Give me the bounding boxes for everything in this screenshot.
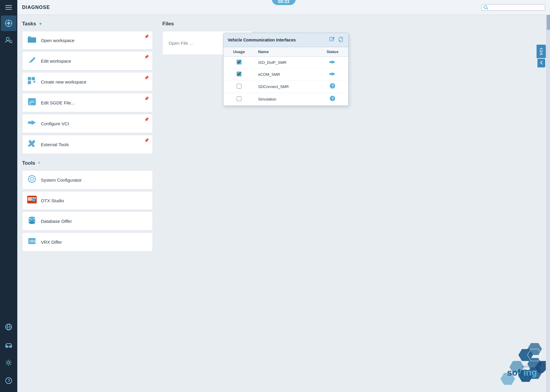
pin-icon-configure-vci: 📌 (144, 117, 149, 122)
svg-rect-2 (5, 9, 12, 10)
hamburger-button[interactable] (0, 0, 17, 15)
svg-text:?: ? (8, 378, 10, 383)
task-label-configure-vci: Configure VCI (41, 121, 69, 126)
task-item-open-workspace[interactable]: Open workspace 📌 (22, 31, 153, 50)
vci-usage-checkbox-3[interactable] (237, 96, 241, 101)
brand-hexagons (450, 331, 546, 391)
vci-usage-checkbox-1[interactable] (237, 72, 241, 76)
vci-panel: Vehicle Communication Interfaces (223, 33, 349, 106)
softing-brand: optimize! softing (507, 365, 537, 377)
otx-icon (27, 196, 37, 205)
svg-rect-0 (5, 5, 12, 6)
vci-sidebar-label: VCI (539, 48, 543, 55)
svg-rect-44 (330, 37, 333, 41)
open-file-label: Open File ... (169, 41, 193, 46)
svg-marker-46 (341, 37, 343, 39)
task-item-create-workspace[interactable]: Create new workspace 📌 (22, 72, 153, 91)
vci-actions (329, 36, 344, 44)
scrollbar[interactable] (546, 15, 550, 392)
pin-icon-open-workspace: 📌 (144, 34, 149, 39)
clock-time: 08:33 (272, 0, 296, 5)
pin-icon-edit-workspace: 📌 (144, 55, 149, 59)
tool-item-vrx-differ[interactable]: VRX VRX Differ (22, 232, 153, 251)
pin-icon-edit-sgde: 📌 (144, 96, 149, 101)
svg-point-4 (7, 22, 10, 25)
wrench-icon (27, 139, 37, 149)
vci-name-0: ISO_DoIP_SMR (255, 57, 317, 69)
vci-status-icon-1 (329, 73, 336, 78)
brand-area: optimize! softing (450, 331, 546, 392)
folder-icon (27, 36, 37, 45)
search-box[interactable] (481, 4, 545, 11)
vci-collapse-button[interactable] (537, 59, 545, 67)
svg-point-32 (30, 178, 33, 180)
sidebar-item-settings[interactable] (1, 355, 16, 371)
tasks-chevron-icon[interactable]: ▼ (38, 21, 43, 26)
tool-item-otx-studio[interactable]: OTX Studio (22, 191, 153, 210)
svg-marker-47 (339, 40, 341, 41)
vci-title: Vehicle Communication Interfaces (228, 38, 296, 42)
task-label-external-tools: External Tools (41, 142, 69, 147)
vci-refresh-icon[interactable] (338, 36, 344, 44)
vci-col-status: Status (317, 47, 348, 57)
tool-item-database-differ[interactable]: ? Database Differ (22, 212, 153, 231)
pin-icon-external-tools: 📌 (144, 138, 149, 143)
sidebar-item-dashboard[interactable] (1, 16, 16, 31)
sidebar-bottom-icons: ? (1, 319, 16, 392)
vci-sidebar-tab[interactable]: VCI (537, 45, 546, 58)
svg-rect-1 (5, 7, 12, 8)
vci-header: Vehicle Communication Interfaces (224, 33, 348, 47)
vci-name-2: SDConnect_SMR (255, 81, 317, 93)
task-item-edit-workspace[interactable]: Edit workspace 📌 (22, 51, 153, 70)
task-label-create-workspace: Create new workspace (41, 79, 87, 84)
svg-rect-23 (28, 77, 31, 80)
files-section: Files Open File ... (162, 21, 545, 55)
tool-label-otx-studio: OTX Studio (41, 198, 64, 203)
vci-col-name: Name (255, 47, 317, 57)
sidebar-item-help[interactable]: ? (1, 373, 16, 388)
vci-status-question-3: ? (329, 97, 335, 103)
svg-text:?: ? (332, 96, 334, 101)
vci-row-3: Simulation ? (224, 93, 348, 106)
app-title: DIAGNOSE (22, 5, 50, 10)
svg-text:?: ? (332, 84, 334, 88)
gear-icon (27, 175, 37, 185)
sidebar-item-car[interactable] (1, 337, 16, 353)
tool-label-vrx-differ: VRX Differ (41, 240, 62, 245)
vci-name-3: Simulation (255, 93, 317, 106)
sidebar-item-search-person[interactable] (1, 32, 16, 48)
vci-row-2: SDConnect_SMR ? (224, 81, 348, 93)
svg-rect-25 (32, 77, 35, 80)
svg-line-21 (487, 8, 488, 10)
softing-text-soft: soft (507, 368, 523, 377)
scrollbar-thumb[interactable] (547, 15, 550, 30)
vci-status-icon-0 (329, 61, 336, 66)
sidebar-item-globe[interactable] (1, 319, 16, 335)
tools-add-icon[interactable]: + (38, 160, 41, 166)
task-item-external-tools[interactable]: External Tools 📌 (22, 135, 153, 154)
svg-rect-24 (28, 81, 31, 84)
tasks-title: Tasks (22, 21, 36, 27)
db-icon: ? (27, 216, 37, 226)
task-item-edit-sgde[interactable]: </> S Edit SGDE File... 📌 (22, 93, 153, 112)
body-area: Tasks ▼ Open workspace 📌 (17, 15, 550, 392)
softing-text-ing: ing (523, 368, 537, 377)
connector-icon (27, 118, 37, 129)
vci-external-link-icon[interactable] (329, 36, 335, 44)
tool-label-system-configurator: System Configurator (41, 178, 82, 183)
svg-point-9 (6, 37, 9, 40)
tools-section-header: Tools + (22, 160, 153, 166)
tool-item-system-configurator[interactable]: System Configurator (22, 170, 153, 189)
tasks-panel: Tasks ▼ Open workspace 📌 (17, 15, 158, 392)
vci-row-0: ISO_DoIP_SMR (224, 57, 348, 69)
task-label-open-workspace: Open workspace (41, 38, 75, 43)
pencil-icon (27, 56, 37, 66)
task-item-configure-vci[interactable]: Configure VCI 📌 (22, 114, 153, 133)
svg-point-20 (484, 5, 487, 8)
tools-section: Tools + System Configurator (22, 160, 153, 251)
search-input[interactable] (489, 5, 543, 10)
svg-rect-27 (34, 81, 35, 83)
vci-row-1: eCOM_SMR (224, 69, 348, 81)
vci-usage-checkbox-2[interactable] (237, 84, 241, 89)
vci-usage-checkbox-0[interactable] (237, 60, 241, 64)
